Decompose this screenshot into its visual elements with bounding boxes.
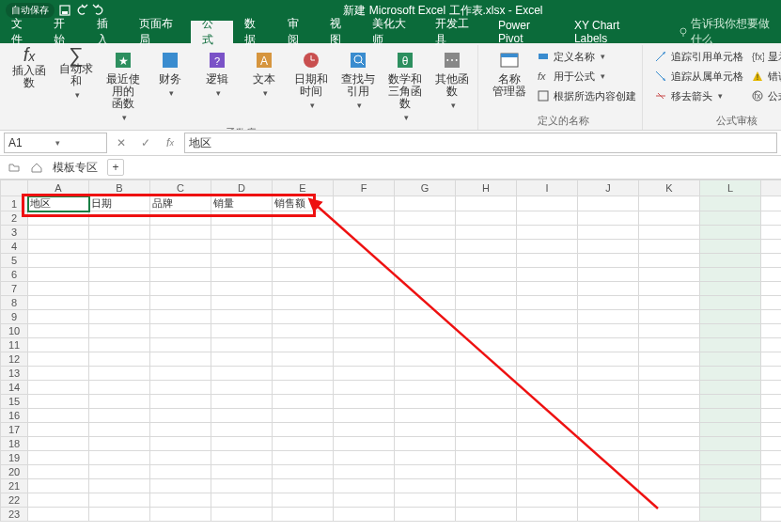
cell[interactable] (150, 437, 211, 451)
cell[interactable] (761, 493, 782, 508)
cell[interactable] (211, 451, 273, 465)
cancel-button[interactable]: ✕ (111, 133, 132, 152)
template-area-tab[interactable]: 模板专区 (53, 160, 98, 176)
cell[interactable] (456, 352, 517, 367)
column-header[interactable]: C (150, 180, 211, 196)
cell[interactable] (211, 282, 273, 296)
cell[interactable] (273, 211, 334, 226)
cell[interactable] (639, 437, 700, 451)
cell[interactable] (578, 268, 639, 282)
cell[interactable] (150, 296, 211, 310)
cell[interactable] (639, 324, 700, 338)
cell[interactable] (211, 352, 273, 367)
cell[interactable] (211, 268, 273, 282)
cell[interactable] (578, 409, 639, 423)
cell[interactable] (89, 479, 150, 493)
cell[interactable] (517, 296, 578, 310)
column-header[interactable]: J (578, 180, 639, 196)
cell[interactable] (578, 493, 639, 508)
cell[interactable] (89, 310, 150, 324)
cell[interactable] (28, 324, 89, 338)
cell[interactable] (334, 196, 395, 211)
cell[interactable] (639, 367, 700, 381)
cell[interactable] (700, 254, 761, 268)
cell[interactable] (639, 268, 700, 282)
cell[interactable] (273, 409, 334, 423)
tab-file[interactable]: 文件 (0, 21, 42, 43)
cell[interactable] (639, 211, 700, 226)
cell[interactable] (517, 268, 578, 282)
row-header[interactable]: 11 (1, 338, 28, 352)
cell[interactable] (639, 196, 700, 211)
lookup-button[interactable]: 查找与引用 (336, 47, 380, 112)
cell[interactable] (700, 508, 761, 522)
cell[interactable] (89, 395, 150, 409)
tab-beautify[interactable]: 美化大师 (361, 21, 424, 43)
cell[interactable] (761, 451, 782, 465)
cell[interactable] (334, 310, 395, 324)
cell[interactable] (273, 240, 334, 254)
datetime-button[interactable]: 日期和时间 (289, 47, 333, 112)
cell[interactable] (334, 409, 395, 423)
cell[interactable] (517, 451, 578, 465)
cell[interactable] (89, 423, 150, 437)
cell[interactable] (700, 226, 761, 240)
cell[interactable] (578, 395, 639, 409)
cell[interactable] (700, 451, 761, 465)
cell[interactable] (395, 508, 456, 522)
cell[interactable] (150, 493, 211, 508)
name-box[interactable]: A1 ▾ (4, 133, 107, 153)
cell[interactable] (761, 282, 782, 296)
cell[interactable] (456, 437, 517, 451)
cell[interactable] (150, 240, 211, 254)
cell[interactable] (761, 240, 782, 254)
cell[interactable] (578, 282, 639, 296)
cell[interactable] (517, 310, 578, 324)
cell[interactable] (150, 395, 211, 409)
cell[interactable] (517, 254, 578, 268)
save-icon[interactable] (58, 4, 71, 17)
cell[interactable] (89, 465, 150, 479)
cell[interactable] (517, 352, 578, 367)
cell[interactable] (639, 508, 700, 522)
cell[interactable] (517, 395, 578, 409)
row-header[interactable]: 7 (1, 282, 28, 296)
cell[interactable] (28, 381, 89, 395)
cell[interactable] (89, 508, 150, 522)
cell[interactable] (761, 254, 782, 268)
cell[interactable] (456, 196, 517, 211)
cell[interactable] (761, 508, 782, 522)
cell[interactable] (700, 381, 761, 395)
redo-icon[interactable] (92, 4, 105, 17)
show-formulas-button[interactable]: {fx} 显示公式 (749, 47, 781, 66)
cell[interactable] (761, 437, 782, 451)
column-header[interactable]: B (89, 180, 150, 196)
cell[interactable] (456, 296, 517, 310)
cell[interactable] (456, 465, 517, 479)
cell[interactable] (89, 296, 150, 310)
cell[interactable] (28, 211, 89, 226)
cell[interactable] (578, 296, 639, 310)
cell[interactable] (211, 367, 273, 381)
cell[interactable] (517, 324, 578, 338)
cell[interactable] (639, 310, 700, 324)
cell[interactable] (761, 352, 782, 367)
cell[interactable] (334, 381, 395, 395)
cell[interactable] (639, 338, 700, 352)
cell[interactable] (28, 423, 89, 437)
cell[interactable] (150, 465, 211, 479)
cell[interactable] (517, 437, 578, 451)
tab-xychart[interactable]: XY Chart Labels (563, 21, 659, 43)
cell[interactable] (456, 211, 517, 226)
logical-button[interactable]: ? 逻辑 (195, 47, 239, 100)
column-header[interactable]: M (761, 180, 782, 196)
cell[interactable] (89, 409, 150, 423)
cell[interactable] (761, 395, 782, 409)
cell[interactable] (517, 226, 578, 240)
tab-data[interactable]: 数据 (233, 21, 275, 43)
cell[interactable] (456, 226, 517, 240)
cell[interactable] (150, 352, 211, 367)
column-header[interactable]: K (639, 180, 700, 196)
cell[interactable] (211, 465, 273, 479)
cell[interactable] (700, 338, 761, 352)
